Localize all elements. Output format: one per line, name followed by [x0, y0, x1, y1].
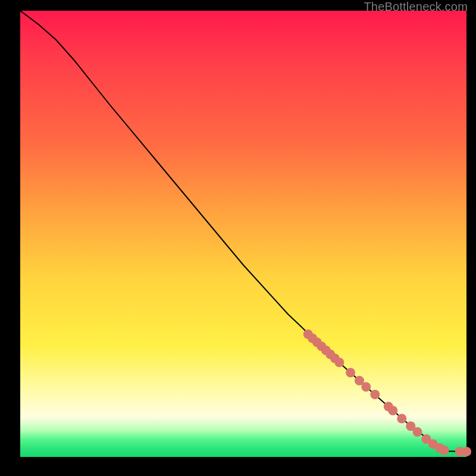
- data-marker: [462, 447, 471, 456]
- marker-layer: [303, 330, 471, 456]
- data-marker: [346, 368, 355, 377]
- chart-svg: [20, 11, 466, 457]
- data-marker: [397, 414, 406, 424]
- data-marker: [413, 427, 422, 437]
- chart-stage: TheBottleneck.com: [0, 0, 476, 476]
- data-marker: [388, 406, 397, 415]
- data-marker: [334, 358, 344, 367]
- data-marker: [361, 382, 371, 392]
- plot-area: [20, 11, 466, 457]
- data-marker: [440, 446, 449, 455]
- bottleneck-curve: [20, 11, 466, 452]
- data-marker: [370, 390, 380, 399]
- watermark-text: TheBottleneck.com: [364, 0, 468, 14]
